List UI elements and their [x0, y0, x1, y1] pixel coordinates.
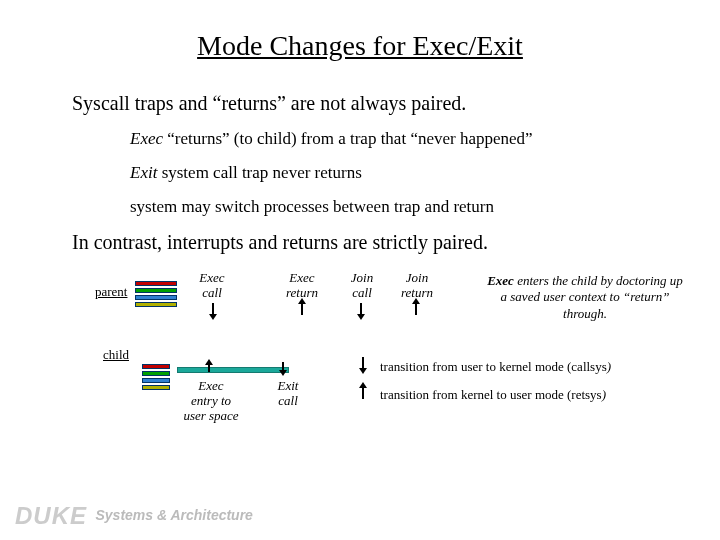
legend-callsys: transition from user to kernel mode (cal…: [380, 359, 611, 375]
exec-entry-label: Exec entry to user space: [178, 379, 244, 424]
exec-call-arrow: [212, 303, 214, 315]
child-exit-arrow: [282, 362, 284, 371]
side-note: Exec enters the child by doctoring up a …: [485, 273, 685, 322]
body-line-1: Syscall traps and “returns” are not alwa…: [72, 92, 670, 115]
footer-duke: DUKE: [15, 502, 87, 529]
indent-line-3: system may switch processes between trap…: [130, 197, 670, 217]
exec-call-label: Exec call: [192, 271, 232, 301]
join-return-label: Join return: [395, 271, 439, 301]
exec-return-arrow: [301, 303, 303, 315]
footer: DUKE Systems & Architecture: [15, 502, 253, 530]
legend-up-arrow: [362, 387, 364, 399]
exit-keyword: Exit: [130, 163, 157, 182]
indent-line-2-rest: system call trap never returns: [157, 163, 361, 182]
footer-sys: Systems & Architecture: [95, 507, 252, 523]
child-tick-entry: [208, 364, 210, 372]
legend-down-arrow: [362, 357, 364, 369]
child-bars: [142, 364, 170, 392]
exec-keyword: Exec: [130, 129, 163, 148]
join-return-arrow: [415, 303, 417, 315]
indent-line-2: Exit system call trap never returns: [130, 163, 670, 183]
slide-title: Mode Changes for Exec/Exit: [0, 30, 720, 62]
exec-return-label: Exec return: [280, 271, 324, 301]
indent-line-1: Exec “returns” (to child) from a trap th…: [130, 129, 670, 149]
join-call-label: Join call: [343, 271, 381, 301]
child-timeline: [177, 367, 289, 373]
legend-retsys: transition from kernel to user mode (ret…: [380, 387, 606, 403]
body-line-2: In contrast, interrupts and returns are …: [72, 231, 670, 254]
side-note-exec: Exec: [487, 273, 514, 288]
indent-line-1-rest: “returns” (to child) from a trap that “n…: [163, 129, 533, 148]
diagram-area: parent child Exec call Exec return Join …: [0, 279, 720, 429]
join-call-arrow: [360, 303, 362, 315]
exit-call-label: Exit call: [268, 379, 308, 409]
child-label: child: [103, 347, 129, 363]
parent-bars: [135, 281, 177, 309]
parent-label: parent: [95, 284, 127, 300]
side-note-rest: enters the child by doctoring up a saved…: [501, 273, 683, 321]
